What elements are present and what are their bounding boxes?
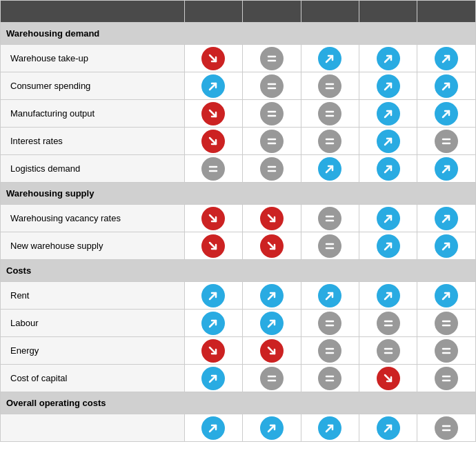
- icon-cell-3: [359, 282, 417, 310]
- up-icon: [377, 284, 400, 307]
- down-icon: [201, 102, 225, 125]
- icon-cell-4: [417, 414, 476, 442]
- header-q3-2024: [359, 1, 417, 23]
- flat-icon: [318, 130, 341, 153]
- main-table: Warehousing demandWarehouse take-up Cons…: [0, 0, 476, 442]
- icon-cell-2: [301, 337, 359, 365]
- svg-line-20: [210, 138, 216, 144]
- icon-cell-2: [301, 45, 359, 72]
- up-icon: [201, 416, 225, 440]
- up-icon: [377, 74, 400, 98]
- flat-icon: [318, 312, 341, 335]
- icon-cell-0: [184, 282, 242, 310]
- up-icon: [260, 416, 284, 440]
- up-icon: [201, 367, 225, 390]
- section-header: Overall operating costs: [1, 392, 476, 414]
- flat-icon: [435, 130, 458, 153]
- flat-icon: [318, 207, 341, 230]
- icon-cell-3: [359, 128, 417, 155]
- icon-cell-4: [417, 337, 476, 365]
- header-q4-2024: [417, 1, 476, 23]
- icon-cell-3: [359, 72, 417, 100]
- svg-line-40: [443, 216, 449, 222]
- icon-cell-4: [417, 100, 476, 128]
- svg-line-52: [210, 321, 216, 327]
- icon-cell-1: [243, 282, 301, 310]
- icon-cell-3: [359, 155, 417, 183]
- icon-cell-0: [184, 155, 242, 183]
- icon-cell-4: [417, 72, 476, 100]
- up-icon: [318, 157, 341, 181]
- flat-icon: [318, 102, 341, 125]
- svg-line-78: [326, 425, 333, 432]
- down-icon: [201, 207, 225, 230]
- icon-cell-0: [184, 337, 242, 365]
- row-label: Labour: [1, 310, 185, 337]
- flat-icon: [318, 367, 341, 390]
- up-icon: [435, 74, 458, 98]
- down-icon: [260, 207, 284, 230]
- flat-icon: [260, 157, 284, 181]
- svg-line-51: [443, 293, 449, 299]
- icon-cell-2: [301, 155, 359, 183]
- up-icon: [435, 284, 458, 307]
- svg-line-3: [326, 56, 333, 62]
- svg-line-12: [443, 83, 449, 90]
- icon-cell-4: [417, 282, 476, 310]
- flat-icon: [318, 339, 341, 363]
- icon-cell-3: [359, 310, 417, 337]
- icon-cell-3: [359, 205, 417, 232]
- icon-cell-3: [359, 414, 417, 442]
- svg-line-0: [210, 55, 216, 61]
- svg-line-35: [210, 215, 216, 221]
- icon-cell-0: [184, 45, 242, 72]
- svg-line-18: [385, 111, 391, 117]
- icon-cell-1: [243, 72, 301, 100]
- up-icon: [377, 130, 400, 153]
- svg-line-32: [326, 166, 333, 172]
- icon-cell-0: [184, 72, 242, 100]
- icon-cell-2: [301, 310, 359, 337]
- down-icon: [260, 234, 284, 258]
- row-label: Energy: [1, 337, 185, 365]
- up-icon: [377, 416, 400, 440]
- svg-line-50: [385, 293, 391, 299]
- svg-line-5: [443, 56, 449, 62]
- up-icon: [377, 157, 400, 181]
- row-label: Logistics demand: [1, 155, 185, 183]
- header-q4-2023: [184, 1, 242, 23]
- icon-cell-0: [184, 128, 242, 155]
- up-icon: [435, 157, 458, 181]
- section-header: Warehousing supply: [1, 183, 476, 205]
- icon-cell-2: [301, 232, 359, 260]
- up-icon: [435, 207, 458, 230]
- up-icon: [201, 74, 225, 98]
- down-icon: [377, 367, 400, 390]
- up-icon: [318, 47, 341, 70]
- row-label: Warehousing vacancy rates: [1, 205, 185, 232]
- icon-cell-1: [243, 365, 301, 392]
- header-label: [1, 1, 185, 23]
- icon-cell-0: [184, 310, 242, 337]
- row-label: Interest rates: [1, 128, 185, 155]
- down-icon: [201, 47, 225, 70]
- icon-cell-1: [243, 100, 301, 128]
- icon-cell-4: [417, 205, 476, 232]
- up-icon: [377, 207, 400, 230]
- row-label: Consumer spending: [1, 72, 185, 100]
- svg-line-60: [210, 347, 216, 354]
- icon-cell-1: [243, 128, 301, 155]
- icon-cell-4: [417, 365, 476, 392]
- svg-line-53: [268, 321, 275, 327]
- icon-cell-0: [184, 414, 242, 442]
- icon-cell-0: [184, 232, 242, 260]
- row-label: Rent: [1, 282, 185, 310]
- svg-line-6: [210, 83, 216, 90]
- svg-line-13: [210, 110, 216, 117]
- icon-cell-4: [417, 155, 476, 183]
- down-icon: [201, 234, 225, 258]
- up-icon: [201, 284, 225, 307]
- icon-cell-3: [359, 232, 417, 260]
- icon-cell-2: [301, 72, 359, 100]
- svg-line-76: [210, 425, 216, 432]
